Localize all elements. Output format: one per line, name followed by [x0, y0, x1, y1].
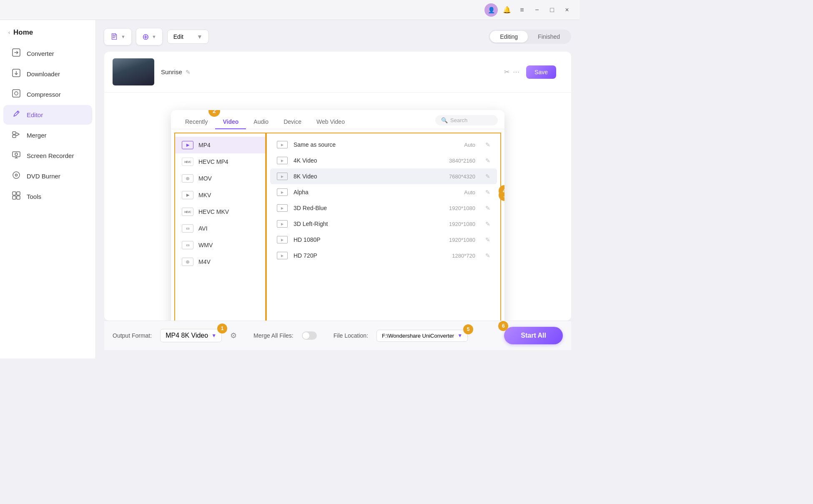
- edit-dropdown[interactable]: Edit ▼: [167, 30, 209, 44]
- sidebar-item-tools[interactable]: Tools: [3, 187, 92, 206]
- finished-tab[interactable]: Finished: [528, 31, 570, 43]
- res-edit-4[interactable]: ✎: [485, 205, 490, 211]
- svg-rect-5: [13, 135, 16, 138]
- search-icon: 🔍: [441, 117, 448, 123]
- user-avatar[interactable]: 👤: [484, 3, 498, 17]
- res-video-icon-4: ▶: [277, 204, 288, 212]
- edit-dropdown-arrow: ▼: [197, 33, 203, 40]
- res-size-5: 1920*1080: [442, 221, 475, 227]
- format-item-mkv[interactable]: ▶ MKV: [175, 187, 265, 203]
- format-dropdown-arrow: ▼: [211, 333, 216, 339]
- add-icon-button[interactable]: ⊕ ▼: [136, 28, 162, 45]
- hevc-mkv-label: HEVC MKV: [198, 208, 229, 215]
- add-icon-arrow: ▼: [152, 34, 156, 39]
- edit-video-icon[interactable]: ✎: [186, 69, 191, 75]
- format-item-m4v[interactable]: ◎ M4V: [175, 253, 265, 270]
- format-item-hevc-mkv[interactable]: HEVC HEVC MKV: [175, 203, 265, 220]
- res-edit-5[interactable]: ✎: [485, 221, 490, 227]
- mkv-icon: ▶: [182, 191, 193, 199]
- notification-button[interactable]: 🔔: [501, 4, 513, 16]
- sidebar-item-converter[interactable]: Converter: [3, 44, 92, 63]
- format-item-avi[interactable]: ▭ AVI: [175, 220, 265, 237]
- res-alpha[interactable]: ▶ Alpha Auto ✎: [270, 184, 497, 200]
- tools-icon: [12, 191, 21, 202]
- res-3d-left-right[interactable]: ▶ 3D Left-Right 1920*1080 ✎: [270, 216, 497, 232]
- maximize-button[interactable]: □: [546, 4, 558, 16]
- res-hd-720p[interactable]: ▶ HD 720P 1280*720 ✎: [270, 248, 497, 263]
- sidebar-item-dvd-burner[interactable]: DVD Burner: [3, 166, 92, 186]
- res-name-7: HD 720P: [294, 252, 436, 259]
- format-selector[interactable]: 1 MP4 8K Video ▼: [160, 329, 222, 342]
- merger-label: Merger: [27, 132, 47, 139]
- menu-button[interactable]: ≡: [516, 4, 528, 16]
- format-item-hevc-mp4[interactable]: HEVC HEVC MP4: [175, 153, 265, 170]
- res-edit-2[interactable]: ✎: [485, 173, 490, 180]
- file-location-label: File Location:: [334, 332, 368, 339]
- minimize-button[interactable]: −: [531, 4, 543, 16]
- sidebar-item-editor[interactable]: Editor: [3, 105, 92, 125]
- video-row: Sunrise ✎ ✂ ⋯ Save: [104, 52, 571, 93]
- format-item-mp4[interactable]: ▶ MP4: [175, 137, 265, 153]
- res-video-icon-0: ▶: [277, 141, 288, 148]
- format-list: 3 ▶ MP4 HEVC HEVC MP4 ◎ MOV: [174, 133, 266, 321]
- res-hd-1080p[interactable]: ▶ HD 1080P 1920*1080 ✎: [270, 232, 497, 248]
- cut-icon[interactable]: ✂: [504, 68, 509, 76]
- sidebar-item-compressor[interactable]: Compressor: [3, 85, 92, 104]
- tab-video[interactable]: Video: [215, 115, 246, 129]
- settings-icon[interactable]: ⚙: [230, 331, 237, 340]
- merge-toggle[interactable]: [302, 331, 317, 340]
- res-4k[interactable]: ▶ 4K Video 3840*2160 ✎: [270, 153, 497, 168]
- sidebar-home-header[interactable]: ‹ Home: [0, 25, 95, 43]
- badge-1: 1: [217, 323, 227, 333]
- main-content: 🖹 ▼ ⊕ ▼ Edit ▼ Editing Finished: [96, 20, 580, 359]
- output-format-label: Output Format:: [113, 332, 152, 339]
- tab-device[interactable]: Device: [276, 115, 309, 129]
- res-video-icon-6: ▶: [277, 236, 288, 243]
- hevc-mp4-icon: HEVC: [182, 158, 193, 166]
- res-8k[interactable]: ▶ 8K Video 7680*4320 ✎: [270, 168, 497, 184]
- res-size-6: 1920*1080: [442, 237, 475, 243]
- tab-recently[interactable]: Recently: [178, 115, 215, 129]
- res-same-as-source[interactable]: ▶ Same as source Auto ✎: [270, 137, 497, 153]
- dropdown-tabs: Recently Video Audio Device Web Video 🔍: [171, 110, 504, 129]
- search-input[interactable]: [450, 117, 492, 123]
- format-dropdown: 2 Recently Video Audio Device Web Video …: [171, 110, 504, 321]
- file-location-selector[interactable]: 5 F:\Wondershare UniConverter ▼: [376, 330, 468, 342]
- start-all-button[interactable]: Start All: [504, 327, 563, 344]
- tab-audio[interactable]: Audio: [246, 115, 276, 129]
- res-edit-3[interactable]: ✎: [485, 189, 490, 196]
- res-edit-7[interactable]: ✎: [485, 252, 490, 259]
- svg-point-7: [15, 153, 18, 155]
- sidebar-item-screen-recorder[interactable]: Screen Recorder: [3, 146, 92, 165]
- avi-label: AVI: [198, 225, 208, 232]
- downloader-icon: [12, 68, 21, 80]
- res-name-1: 4K Video: [294, 157, 436, 164]
- add-file-button[interactable]: 🖹 ▼: [104, 29, 131, 45]
- res-video-icon-5: ▶: [277, 220, 288, 228]
- mp4-label: MP4: [198, 142, 211, 148]
- res-video-icon-2: ▶: [277, 173, 288, 180]
- res-3d-red-blue[interactable]: ▶ 3D Red-Blue 1920*1080 ✎: [270, 200, 497, 216]
- more-icon[interactable]: ⋯: [513, 68, 519, 76]
- tab-web-video[interactable]: Web Video: [309, 115, 352, 129]
- selected-format-text: MP4 8K Video: [166, 332, 208, 339]
- res-edit-1[interactable]: ✎: [485, 157, 490, 164]
- dropdown-body: 3 ▶ MP4 HEVC HEVC MP4 ◎ MOV: [171, 129, 504, 321]
- tools-label: Tools: [27, 193, 41, 200]
- add-file-icon: 🖹: [110, 32, 118, 42]
- svg-point-9: [15, 174, 18, 176]
- res-size-2: 7680*4320: [442, 173, 475, 180]
- hevc-mp4-label: HEVC MP4: [198, 158, 228, 165]
- res-edit-6[interactable]: ✎: [485, 236, 490, 243]
- format-item-wmv[interactable]: ▭ WMV: [175, 237, 265, 253]
- editing-tab[interactable]: Editing: [490, 31, 528, 43]
- res-edit-0[interactable]: ✎: [485, 141, 490, 148]
- converter-icon: [12, 48, 21, 59]
- close-button[interactable]: ×: [561, 4, 573, 16]
- save-button[interactable]: Save: [526, 65, 556, 79]
- sidebar-item-downloader[interactable]: Downloader: [3, 64, 92, 84]
- hevc-mkv-icon: HEVC: [182, 208, 193, 216]
- format-item-mov[interactable]: ◎ MOV: [175, 170, 265, 187]
- res-name-3: Alpha: [294, 189, 436, 196]
- sidebar-item-merger[interactable]: Merger: [3, 125, 92, 145]
